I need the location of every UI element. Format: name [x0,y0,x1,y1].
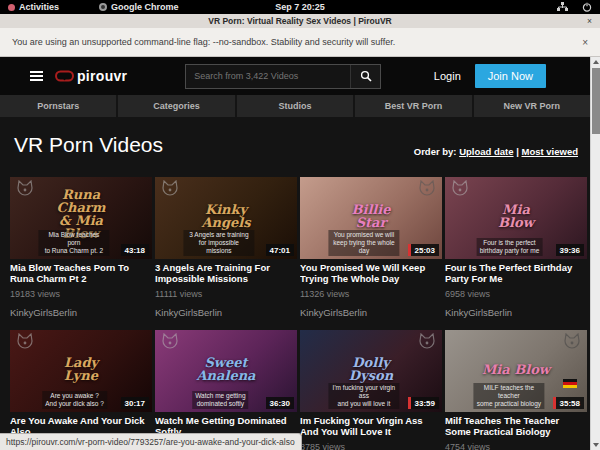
studio-link[interactable]: KinkyGirlsBerlin [445,307,587,318]
video-title[interactable]: Milf Teaches The Teacher Some Practical … [445,416,587,437]
video-card: Lady Lyne Are you awake ? And your dick … [10,330,152,450]
video-title[interactable]: Four Is The Perfect Birthday Party For M… [445,263,587,284]
tab-close-icon[interactable]: × [587,16,592,26]
thumb-caption: Mia Blow teaches porn to Runa Charm pt. … [38,230,109,256]
order-by: Order by: Upload date | Most viewed [414,146,578,157]
video-card: Runa Charm & Mia Blow Mia Blow teaches p… [10,177,152,318]
duration-badge: 25:03 [408,244,439,256]
search-box [185,64,381,89]
nav-item-pornstars[interactable]: Pornstars [0,95,116,117]
thumb-caption: MILF teaches the teacher some practical … [473,383,544,409]
page-heading-row: VR Porn Videos Order by: Upload date | M… [0,117,600,157]
main-nav: Pornstars Categories Studios Best VR Por… [0,95,600,117]
thumb-overlay-title: Mia Blow [498,203,534,229]
order-most-viewed-link[interactable]: Most viewed [522,146,579,157]
thumb-overlay-title: Kinky Angels [201,203,250,229]
thumb-overlay-title: Billie Star [351,203,390,229]
video-thumbnail[interactable]: Mia Blow MILF teaches the teacher some p… [445,330,587,412]
browser-tab-bar[interactable]: VR Porn: Virtual Reality Sex Videos | Pi… [0,14,600,28]
video-thumbnail[interactable]: Lady Lyne Are you awake ? And your dick … [10,330,152,412]
video-thumbnail[interactable]: Sweet Analena Watch me getting dominated… [155,330,297,412]
thumb-caption: 3 Angels are training for impossible mis… [183,230,254,256]
duration-badge: 36:30 [266,397,294,409]
scrollbar-thumb[interactable] [592,68,600,134]
video-thumbnail[interactable]: Runa Charm & Mia Blow Mia Blow teaches p… [10,177,152,259]
studio-cat-logo-icon [15,333,35,351]
activities-button[interactable]: Activities [19,2,59,12]
studio-cat-logo-icon [160,180,180,198]
thumb-caption: Are you awake ? And your dick also ? [42,391,107,409]
studio-cat-logo-icon [450,180,470,198]
chrome-icon [99,3,107,11]
nav-item-best-vr-porn[interactable]: Best VR Porn [355,95,471,117]
activities-icon [8,4,15,11]
view-count: 6958 views [445,289,587,299]
vr-headset-icon [55,70,74,82]
focused-app-menu[interactable]: Google Chrome [111,2,179,12]
duration-badge: 33:59 [408,397,439,409]
studio-cat-logo-icon [160,333,180,351]
video-title[interactable]: Mia Blow Teaches Porn To Runa Charm Pt 2 [10,263,152,284]
studio-cat-logo-icon [417,333,437,351]
video-title[interactable]: You Promised We Will Keep Trying The Who… [300,263,442,284]
video-card: Dolly Dyson I'm fucking your virgin ass … [300,330,442,450]
thumb-caption: Watch me getting dominated softly [192,391,248,409]
search-button[interactable] [350,65,380,88]
studio-link[interactable]: KinkyGirlsBerlin [10,307,152,318]
scrollbar-down-arrow-icon[interactable] [591,440,600,450]
logo-text: pirouvr [77,68,127,84]
video-grid: Runa Charm & Mia Blow Mia Blow teaches p… [0,177,600,450]
site-logo[interactable]: pirouvr [55,68,127,84]
infobar-close-icon[interactable]: × [582,37,588,48]
german-flag-icon [563,379,577,388]
video-card: Mia Blow Four is the perfect birthday pa… [445,177,587,318]
search-input[interactable] [186,65,350,88]
clock[interactable]: Sep 7 20:25 [275,2,325,12]
nav-item-new-vr-porn[interactable]: New VR Porn [474,95,590,117]
duration-badge: 43:18 [121,244,149,256]
view-count: 19183 views [10,289,152,299]
video-card: Billie Star You promised we will keep tr… [300,177,442,318]
nav-item-categories[interactable]: Categories [118,95,234,117]
power-icon[interactable] [582,2,592,12]
video-title[interactable]: Im Fucking Your Virgin Ass And You Will … [300,416,442,437]
view-count: 11326 views [300,289,442,299]
thumb-overlay-title: Dolly Dyson [349,356,393,382]
join-now-button[interactable]: Join Now [475,64,546,88]
browser-scrollbar[interactable] [590,57,600,450]
order-upload-date-link[interactable]: Upload date [459,146,513,157]
chrome-infobar: You are using an unsupported command-lin… [0,28,600,57]
studio-cat-logo-icon [15,180,35,198]
infobar-message: You are using an unsupported command-lin… [12,37,395,47]
view-count: 11111 views [155,289,297,299]
video-thumbnail[interactable]: Billie Star You promised we will keep tr… [300,177,442,259]
scrollbar-up-arrow-icon[interactable] [591,57,600,67]
search-icon [360,70,372,82]
video-thumbnail[interactable]: Dolly Dyson I'm fucking your virgin ass … [300,330,442,412]
duration-badge: 30:17 [121,397,149,409]
view-count: 8785 views [300,442,442,450]
duration-badge: 35:58 [553,397,584,409]
studio-link[interactable]: KinkyGirlsBerlin [155,307,297,318]
thumb-caption: Four is the perfect birthday party for m… [477,238,543,256]
system-top-bar: Activities Google Chrome Sep 7 20:25 [0,0,600,14]
duration-badge: 47:01 [266,244,294,256]
login-link[interactable]: Login [434,70,461,82]
video-thumbnail[interactable]: Mia Blow Four is the perfect birthday pa… [445,177,587,259]
duration-badge: 39:36 [556,244,584,256]
menu-hamburger-icon[interactable] [30,71,43,81]
network-icon[interactable] [557,2,568,12]
studio-cat-logo-icon [562,333,582,351]
video-title[interactable]: 3 Angels Are Training For Impossible Mis… [155,263,297,284]
tab-title: VR Porn: Virtual Reality Sex Videos | Pi… [208,16,391,26]
page-title: VR Porn Videos [14,133,163,157]
studio-cat-logo-icon [417,180,437,198]
nav-item-studios[interactable]: Studios [237,95,353,117]
site-header: pirouvr Login Join Now [0,57,600,95]
thumb-overlay-title: Mia Blow [482,363,550,376]
video-thumbnail[interactable]: Kinky Angels 3 Angels are training for i… [155,177,297,259]
thumb-overlay-title: Lady Lyne [64,356,98,382]
thumb-caption: I'm fucking your virgin ass and you will… [328,383,399,409]
video-card: Sweet Analena Watch me getting dominated… [155,330,297,450]
studio-link[interactable]: KinkyGirlsBerlin [300,307,442,318]
